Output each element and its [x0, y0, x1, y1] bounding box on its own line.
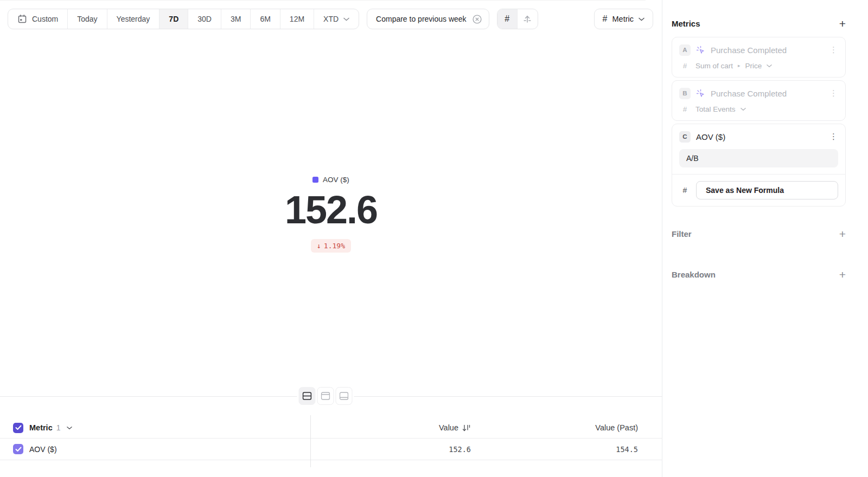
split-view-icon — [303, 392, 312, 400]
metrics-title: Metrics — [672, 19, 700, 28]
metric-header-cell[interactable]: Metric 1 — [0, 423, 310, 433]
split-view-toggle[interactable] — [299, 387, 316, 405]
aggregation-dropdown[interactable]: # Sum of cart ▸ Price — [679, 61, 838, 70]
layout-toggle-group — [297, 385, 354, 407]
chart-view-icon — [321, 392, 330, 400]
row-value-past: 154.5 — [616, 445, 638, 454]
compare-chip[interactable]: Compare to previous week — [367, 9, 489, 29]
formula-card-c[interactable]: C AOV ($) ⋮ A/B # Save as New Formula — [672, 124, 846, 207]
date-range-group: Custom Today Yesterday 7D 30D 3M 6M 12M … — [8, 9, 359, 29]
chevron-down-icon — [639, 17, 644, 21]
trend-arrow-icon — [522, 14, 532, 24]
kebab-menu-icon[interactable]: ⋮ — [829, 132, 838, 141]
table-view-icon — [340, 392, 349, 400]
legend-swatch — [312, 177, 318, 183]
table-view-toggle[interactable] — [336, 387, 353, 405]
range-12m[interactable]: 12M — [280, 9, 314, 29]
add-metric-button[interactable]: + — [839, 18, 846, 29]
range-today[interactable]: Today — [68, 9, 107, 29]
results-table: Metric 1 Value Value (Past) — [0, 417, 662, 460]
hash-icon: # — [603, 14, 608, 24]
legend-label: AOV ($) — [323, 176, 349, 184]
legend: AOV ($) — [312, 176, 349, 184]
aggregation-dropdown[interactable]: # Total Events — [679, 104, 838, 114]
table-header-row: Metric 1 Value Value (Past) — [0, 417, 662, 439]
metric-event-name[interactable]: Purchase Completed — [711, 46, 787, 55]
kebab-menu-icon[interactable]: ⋮ — [829, 88, 838, 98]
hash-icon: # — [679, 105, 691, 113]
remove-compare-icon[interactable] — [472, 14, 482, 24]
range-7d[interactable]: 7D — [159, 9, 188, 29]
range-yesterday[interactable]: Yesterday — [107, 9, 160, 29]
column-divider — [310, 415, 311, 467]
event-icon — [696, 46, 705, 55]
sort-descending-icon — [462, 424, 471, 432]
metric-card-a[interactable]: A Purchase Completed ⋮ # Sum of cart ▸ P… — [672, 37, 846, 78]
value-past-header-cell[interactable]: Value (Past) — [471, 423, 638, 432]
calendar-icon — [17, 14, 27, 24]
range-custom[interactable]: Custom — [8, 9, 68, 29]
kebab-menu-icon[interactable]: ⋮ — [829, 45, 838, 55]
event-icon — [696, 89, 705, 98]
add-breakdown-button[interactable]: + — [839, 269, 846, 280]
filter-section-header: Filter + — [672, 228, 846, 240]
metric-badge: B — [679, 88, 691, 99]
chevron-down-icon — [767, 64, 772, 68]
query-builder-sidebar: Metrics + A Purchase Completed ⋮ # Sum o… — [663, 0, 868, 477]
row-metric-name: AOV ($) — [29, 445, 57, 454]
chart-view-toggle[interactable] — [317, 387, 334, 405]
select-all-checkbox[interactable] — [13, 423, 23, 433]
formula-name[interactable]: AOV ($) — [696, 132, 725, 141]
hash-icon: # — [505, 14, 509, 24]
range-30d[interactable]: 30D — [188, 9, 221, 29]
down-arrow-icon: ↓ — [317, 242, 321, 250]
range-xtd[interactable]: XTD — [314, 9, 359, 29]
metric-event-name[interactable]: Purchase Completed — [711, 89, 787, 98]
metric-header-label: Metric — [29, 423, 53, 432]
metric-badge: A — [679, 44, 691, 56]
change-value: 1.19% — [324, 242, 345, 250]
add-filter-button[interactable]: + — [839, 228, 846, 240]
chevron-down-icon — [741, 107, 746, 111]
top-hairline — [0, 0, 646, 1]
metric-dropdown-button[interactable]: # Metric — [594, 9, 653, 29]
filter-title: Filter — [672, 229, 692, 238]
metric-count: 1 — [56, 423, 61, 432]
metric-value: 152.6 — [285, 190, 377, 229]
row-value: 152.6 — [449, 445, 471, 454]
trend-view-toggle[interactable] — [518, 9, 538, 29]
metrics-section-header: Metrics + — [672, 18, 846, 29]
breakdown-title: Breakdown — [672, 270, 716, 279]
range-3m[interactable]: 3M — [221, 9, 251, 29]
metric-card-b[interactable]: B Purchase Completed ⋮ # Total Events — [672, 80, 846, 121]
breadcrumb-separator-icon: ▸ — [738, 63, 741, 68]
metric-display: AOV ($) 152.6 ↓ 1.19% — [0, 176, 662, 253]
breakdown-section-header: Breakdown + — [672, 269, 846, 280]
hash-icon: # — [679, 62, 691, 70]
number-view-toggle[interactable]: # — [497, 9, 518, 29]
hash-icon: # — [679, 186, 691, 195]
value-display-toggle: # — [497, 9, 538, 29]
value-header-cell[interactable]: Value — [310, 423, 471, 432]
row-checkbox[interactable] — [13, 444, 23, 454]
table-row[interactable]: AOV ($) 152.6 154.5 — [0, 439, 662, 460]
main-panel: Custom Today Yesterday 7D 30D 3M 6M 12M … — [0, 0, 662, 477]
metric-badge: C — [679, 131, 691, 143]
toolbar: Custom Today Yesterday 7D 30D 3M 6M 12M … — [8, 9, 653, 29]
chevron-down-icon — [343, 17, 349, 21]
formula-input[interactable]: A/B — [679, 149, 838, 167]
range-6m[interactable]: 6M — [251, 9, 280, 29]
save-as-new-formula-button[interactable]: Save as New Formula — [696, 181, 838, 199]
card-divider — [672, 174, 845, 175]
chevron-down-icon[interactable] — [67, 426, 72, 430]
change-badge: ↓ 1.19% — [311, 239, 351, 253]
range-label: Custom — [32, 15, 58, 23]
